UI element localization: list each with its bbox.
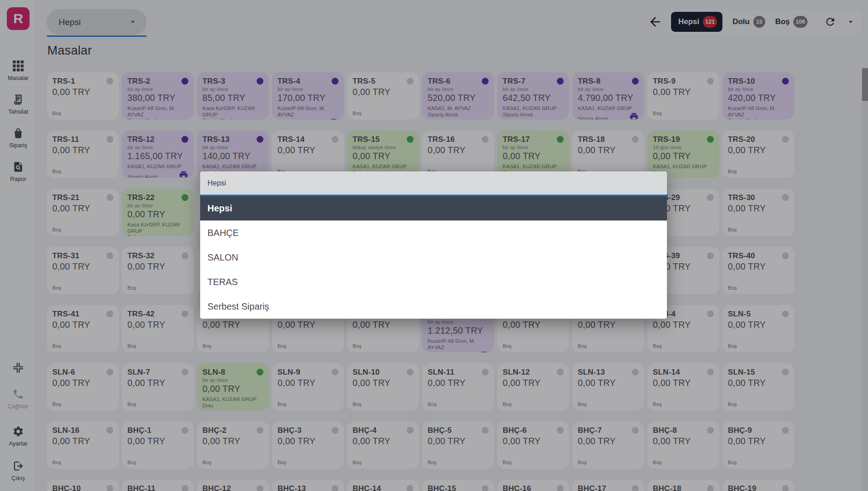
dropdown-options: Hepsi BAHÇE SALON TERAS Serbest Sipariş: [200, 196, 667, 319]
dropdown-option[interactable]: BAHÇE: [200, 220, 667, 245]
dropdown-option-label: SALON: [207, 252, 238, 263]
dropdown-option[interactable]: Hepsi: [200, 196, 667, 220]
dropdown-option[interactable]: Serbest Sipariş: [200, 294, 667, 319]
dropdown-option-label: TERAS: [207, 277, 238, 287]
dropdown-header-value[interactable]: Hepsi: [200, 171, 667, 196]
area-select-dropdown: Hepsi Hepsi BAHÇE SALON TERAS Serbest Si…: [200, 171, 667, 319]
dropdown-option-label: Serbest Sipariş: [207, 301, 269, 312]
pos-tables-screen: R Masalar Tahsilat Sipariş: [0, 0, 868, 491]
dropdown-option-label: BAHÇE: [207, 228, 239, 238]
dropdown-option[interactable]: SALON: [200, 245, 667, 270]
dropdown-option[interactable]: TERAS: [200, 270, 667, 294]
dropdown-option-label: Hepsi: [207, 203, 232, 214]
